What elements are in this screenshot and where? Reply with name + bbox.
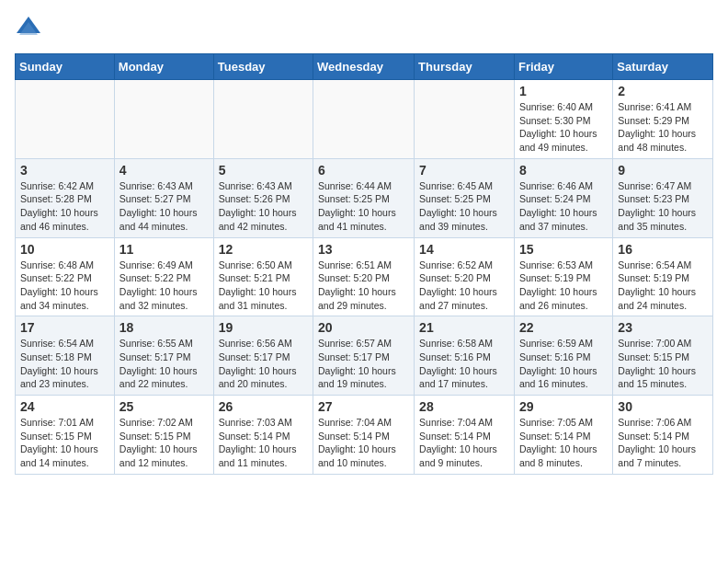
day-info: Sunrise: 6:41 AM Sunset: 5:29 PM Dayligh… xyxy=(618,100,708,155)
calendar-cell: 26Sunrise: 7:03 AM Sunset: 5:14 PM Dayli… xyxy=(213,396,313,475)
calendar-cell: 17Sunrise: 6:54 AM Sunset: 5:18 PM Dayli… xyxy=(16,316,115,396)
day-number: 7 xyxy=(419,163,509,178)
day-number: 10 xyxy=(20,242,109,257)
calendar-cell xyxy=(16,80,115,159)
calendar-cell: 9Sunrise: 6:47 AM Sunset: 5:23 PM Daylig… xyxy=(613,158,713,237)
calendar-week-row: 17Sunrise: 6:54 AM Sunset: 5:18 PM Dayli… xyxy=(16,316,713,396)
calendar-cell: 3Sunrise: 6:42 AM Sunset: 5:28 PM Daylig… xyxy=(16,158,115,237)
calendar-week-row: 3Sunrise: 6:42 AM Sunset: 5:28 PM Daylig… xyxy=(16,158,713,237)
calendar-cell: 14Sunrise: 6:52 AM Sunset: 5:20 PM Dayli… xyxy=(415,237,515,316)
calendar-week-row: 1Sunrise: 6:40 AM Sunset: 5:30 PM Daylig… xyxy=(16,80,713,159)
day-number: 30 xyxy=(618,399,708,414)
calendar-week-row: 10Sunrise: 6:48 AM Sunset: 5:22 PM Dayli… xyxy=(16,237,713,316)
day-info: Sunrise: 6:46 AM Sunset: 5:24 PM Dayligh… xyxy=(519,179,608,234)
day-info: Sunrise: 6:55 AM Sunset: 5:17 PM Dayligh… xyxy=(119,337,209,391)
weekday-header: Tuesday xyxy=(213,54,313,80)
day-info: Sunrise: 6:50 AM Sunset: 5:21 PM Dayligh… xyxy=(219,259,308,313)
day-number: 23 xyxy=(618,320,708,335)
calendar-cell: 29Sunrise: 7:05 AM Sunset: 5:14 PM Dayli… xyxy=(514,396,612,475)
day-info: Sunrise: 6:51 AM Sunset: 5:20 PM Dayligh… xyxy=(318,259,409,313)
calendar-cell: 20Sunrise: 6:57 AM Sunset: 5:17 PM Dayli… xyxy=(313,316,415,396)
day-info: Sunrise: 6:57 AM Sunset: 5:17 PM Dayligh… xyxy=(318,337,409,391)
day-number: 2 xyxy=(618,84,708,98)
calendar-cell: 2Sunrise: 6:41 AM Sunset: 5:29 PM Daylig… xyxy=(613,80,713,159)
day-info: Sunrise: 6:49 AM Sunset: 5:22 PM Dayligh… xyxy=(119,259,209,313)
day-info: Sunrise: 6:40 AM Sunset: 5:30 PM Dayligh… xyxy=(519,100,608,155)
day-number: 6 xyxy=(318,163,409,178)
weekday-header: Thursday xyxy=(415,54,515,80)
calendar-cell: 11Sunrise: 6:49 AM Sunset: 5:22 PM Dayli… xyxy=(114,237,213,316)
day-number: 24 xyxy=(20,399,109,414)
day-info: Sunrise: 6:44 AM Sunset: 5:25 PM Dayligh… xyxy=(318,179,409,234)
calendar-cell xyxy=(415,80,515,159)
day-number: 13 xyxy=(318,242,409,257)
day-info: Sunrise: 6:52 AM Sunset: 5:20 PM Dayligh… xyxy=(419,259,509,313)
weekday-header: Monday xyxy=(114,54,213,80)
day-info: Sunrise: 6:42 AM Sunset: 5:28 PM Dayligh… xyxy=(20,179,109,234)
weekday-header: Wednesday xyxy=(313,54,415,80)
day-info: Sunrise: 6:45 AM Sunset: 5:25 PM Dayligh… xyxy=(419,179,509,234)
day-info: Sunrise: 7:03 AM Sunset: 5:14 PM Dayligh… xyxy=(219,416,308,470)
day-number: 17 xyxy=(20,320,109,335)
day-info: Sunrise: 7:05 AM Sunset: 5:14 PM Dayligh… xyxy=(519,416,608,470)
logo xyxy=(15,15,46,42)
day-number: 8 xyxy=(519,163,608,178)
day-number: 29 xyxy=(519,399,608,414)
day-info: Sunrise: 6:58 AM Sunset: 5:16 PM Dayligh… xyxy=(419,337,509,391)
day-number: 21 xyxy=(419,320,509,335)
day-info: Sunrise: 6:47 AM Sunset: 5:23 PM Dayligh… xyxy=(618,179,708,234)
calendar-cell: 5Sunrise: 6:43 AM Sunset: 5:26 PM Daylig… xyxy=(213,158,313,237)
header-row: SundayMondayTuesdayWednesdayThursdayFrid… xyxy=(16,54,713,80)
calendar-cell: 10Sunrise: 6:48 AM Sunset: 5:22 PM Dayli… xyxy=(16,237,115,316)
day-number: 5 xyxy=(219,163,308,178)
weekday-header: Saturday xyxy=(613,54,713,80)
calendar-week-row: 24Sunrise: 7:01 AM Sunset: 5:15 PM Dayli… xyxy=(16,396,713,475)
day-number: 20 xyxy=(318,320,409,335)
day-info: Sunrise: 7:00 AM Sunset: 5:15 PM Dayligh… xyxy=(618,337,708,391)
day-number: 26 xyxy=(219,399,308,414)
day-number: 4 xyxy=(119,163,209,178)
day-number: 19 xyxy=(219,320,308,335)
calendar-cell: 18Sunrise: 6:55 AM Sunset: 5:17 PM Dayli… xyxy=(114,316,213,396)
day-info: Sunrise: 6:54 AM Sunset: 5:19 PM Dayligh… xyxy=(618,259,708,313)
day-number: 16 xyxy=(618,242,708,257)
calendar-cell: 22Sunrise: 6:59 AM Sunset: 5:16 PM Dayli… xyxy=(514,316,612,396)
day-number: 22 xyxy=(519,320,608,335)
day-number: 18 xyxy=(119,320,209,335)
day-info: Sunrise: 7:04 AM Sunset: 5:14 PM Dayligh… xyxy=(419,416,509,470)
calendar-header: SundayMondayTuesdayWednesdayThursdayFrid… xyxy=(16,54,713,80)
day-info: Sunrise: 6:54 AM Sunset: 5:18 PM Dayligh… xyxy=(20,337,109,391)
day-info: Sunrise: 7:01 AM Sunset: 5:15 PM Dayligh… xyxy=(20,416,109,470)
calendar-cell xyxy=(114,80,213,159)
day-number: 14 xyxy=(419,242,509,257)
header xyxy=(15,15,713,42)
day-number: 15 xyxy=(519,242,608,257)
calendar-cell: 13Sunrise: 6:51 AM Sunset: 5:20 PM Dayli… xyxy=(313,237,415,316)
calendar-cell: 7Sunrise: 6:45 AM Sunset: 5:25 PM Daylig… xyxy=(415,158,515,237)
calendar: SundayMondayTuesdayWednesdayThursdayFrid… xyxy=(15,53,713,475)
day-info: Sunrise: 6:59 AM Sunset: 5:16 PM Dayligh… xyxy=(519,337,608,391)
calendar-cell xyxy=(313,80,415,159)
day-number: 11 xyxy=(119,242,209,257)
day-number: 28 xyxy=(419,399,509,414)
calendar-body: 1Sunrise: 6:40 AM Sunset: 5:30 PM Daylig… xyxy=(16,80,713,475)
day-number: 1 xyxy=(519,84,608,98)
day-info: Sunrise: 6:48 AM Sunset: 5:22 PM Dayligh… xyxy=(20,259,109,313)
calendar-cell: 25Sunrise: 7:02 AM Sunset: 5:15 PM Dayli… xyxy=(114,396,213,475)
calendar-cell: 16Sunrise: 6:54 AM Sunset: 5:19 PM Dayli… xyxy=(613,237,713,316)
weekday-header: Friday xyxy=(514,54,612,80)
calendar-cell: 21Sunrise: 6:58 AM Sunset: 5:16 PM Dayli… xyxy=(415,316,515,396)
day-info: Sunrise: 7:06 AM Sunset: 5:14 PM Dayligh… xyxy=(618,416,708,470)
calendar-cell: 28Sunrise: 7:04 AM Sunset: 5:14 PM Dayli… xyxy=(415,396,515,475)
day-info: Sunrise: 6:43 AM Sunset: 5:26 PM Dayligh… xyxy=(219,179,308,234)
day-number: 9 xyxy=(618,163,708,178)
calendar-cell: 1Sunrise: 6:40 AM Sunset: 5:30 PM Daylig… xyxy=(514,80,612,159)
calendar-cell xyxy=(213,80,313,159)
day-info: Sunrise: 7:04 AM Sunset: 5:14 PM Dayligh… xyxy=(318,416,409,470)
day-number: 12 xyxy=(219,242,308,257)
logo-icon xyxy=(15,15,42,42)
day-info: Sunrise: 6:56 AM Sunset: 5:17 PM Dayligh… xyxy=(219,337,308,391)
calendar-cell: 8Sunrise: 6:46 AM Sunset: 5:24 PM Daylig… xyxy=(514,158,612,237)
day-number: 27 xyxy=(318,399,409,414)
day-number: 25 xyxy=(119,399,209,414)
